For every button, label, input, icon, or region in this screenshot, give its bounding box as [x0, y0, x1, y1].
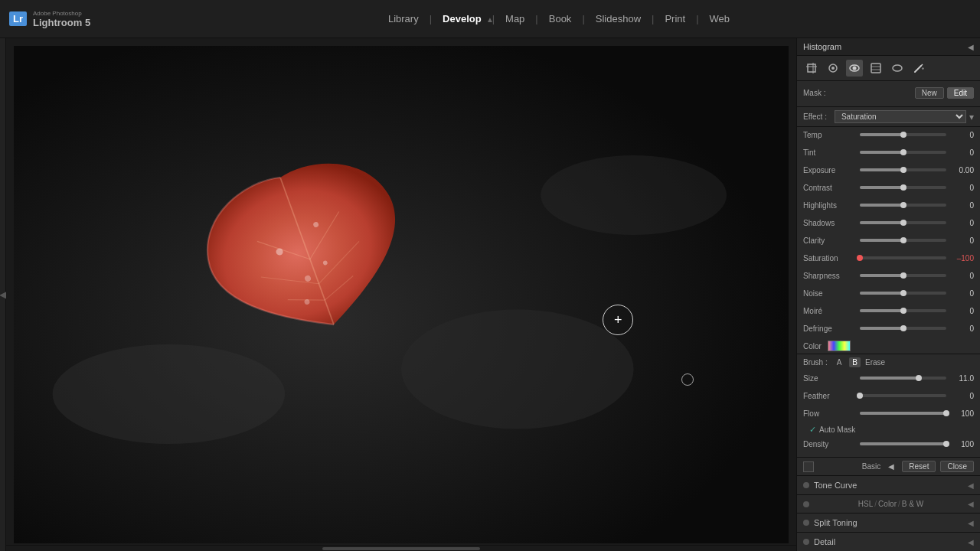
- effect-expand-icon[interactable]: ▾: [969, 112, 974, 122]
- tone-curve-dot: [803, 482, 809, 488]
- histogram-title: Histogram: [803, 42, 841, 51]
- histogram-collapse-icon[interactable]: ◀: [968, 43, 974, 51]
- adjustment-brush-tool[interactable]: [910, 60, 927, 77]
- moire-value: 0: [949, 307, 974, 315]
- horizontal-scrollbar[interactable]: [6, 545, 796, 551]
- sharpness-row: Sharpness 0: [797, 268, 980, 283]
- color-link[interactable]: Color: [878, 500, 897, 508]
- temp-slider[interactable]: [860, 133, 946, 136]
- effect-row: Effect : Saturation ▾: [797, 107, 980, 127]
- nav-web[interactable]: Web: [699, 0, 741, 38]
- left-panel-toggle[interactable]: ◀: [0, 38, 6, 551]
- noise-slider[interactable]: [860, 292, 946, 295]
- radial-filter-tool[interactable]: [889, 60, 906, 77]
- hsl-section[interactable]: HSL / Color / B & W ◀: [797, 495, 980, 514]
- panel-toggle-checkbox[interactable]: [803, 461, 814, 472]
- main-area: ◀: [0, 38, 980, 551]
- temp-row: Temp 0: [797, 127, 980, 142]
- sharpness-slider[interactable]: [860, 274, 946, 277]
- reset-close-row: Basic ◀ Reset Close: [797, 458, 980, 476]
- brush-feather-slider[interactable]: [860, 394, 946, 397]
- effect-dropdown[interactable]: Saturation: [835, 110, 966, 123]
- shadows-slider[interactable]: [860, 221, 946, 224]
- saturation-row: Saturation –100: [797, 250, 980, 266]
- defringe-value: 0: [949, 324, 974, 333]
- defringe-label: Defringe: [803, 324, 857, 333]
- photo-container: [14, 46, 789, 543]
- highlights-label: Highlights: [803, 201, 857, 210]
- redeye-tool[interactable]: [846, 60, 863, 77]
- saturation-value: –100: [949, 254, 974, 262]
- defringe-slider[interactable]: [860, 327, 946, 330]
- contrast-row: Contrast 0: [797, 180, 980, 195]
- nav-slideshow[interactable]: Slideshow: [585, 0, 652, 38]
- canvas-area[interactable]: [6, 38, 796, 551]
- clarity-value: 0: [949, 236, 974, 245]
- brush-label: Brush :: [803, 358, 828, 367]
- crop-tool[interactable]: [803, 60, 820, 77]
- svg-point-10: [541, 155, 727, 235]
- reset-button[interactable]: Reset: [902, 461, 936, 472]
- shadows-row: Shadows 0: [797, 215, 980, 230]
- brush-mode-a[interactable]: A: [834, 357, 845, 367]
- nav-map[interactable]: Map: [495, 0, 535, 38]
- tint-slider[interactable]: [860, 151, 946, 154]
- effect-label: Effect :: [803, 112, 827, 121]
- top-panel-toggle[interactable]: ▲: [482, 0, 498, 38]
- temp-value: 0: [949, 131, 974, 139]
- highlights-slider[interactable]: [860, 204, 946, 207]
- tint-row: Tint 0: [797, 145, 980, 160]
- brush-feather-row: Feather 0: [803, 388, 974, 403]
- split-toning-section[interactable]: Split Toning ◀: [797, 514, 980, 533]
- brush-flow-slider[interactable]: [860, 412, 946, 415]
- edit-mask-button[interactable]: Edit: [947, 87, 974, 99]
- tint-label: Tint: [803, 148, 857, 157]
- logo-area: Lr Adobe Photoshop Lightroom 5: [0, 10, 138, 28]
- brush-flow-row: Flow 100: [803, 406, 974, 421]
- highlights-row: Highlights 0: [797, 197, 980, 213]
- shadows-label: Shadows: [803, 219, 857, 227]
- nav-library[interactable]: Library: [377, 0, 430, 38]
- new-mask-button[interactable]: New: [915, 87, 944, 99]
- nav-book[interactable]: Book: [538, 0, 583, 38]
- highlights-value: 0: [949, 201, 974, 210]
- close-button[interactable]: Close: [940, 461, 974, 472]
- topbar: Lr Adobe Photoshop Lightroom 5 ▲ Library…: [0, 0, 980, 38]
- brush-section: Brush : A B Erase Size 11.0 Feather: [797, 354, 980, 458]
- automask-label[interactable]: Auto Mask: [819, 425, 855, 434]
- detail-title: Detail: [814, 537, 968, 546]
- svg-point-9: [401, 310, 634, 429]
- spot-removal-tool[interactable]: [825, 60, 841, 77]
- brush-size-row: Size 11.0: [803, 370, 974, 386]
- svg-point-20: [831, 67, 835, 70]
- histogram-header: Histogram ◀: [797, 38, 980, 56]
- contrast-slider[interactable]: [860, 186, 946, 189]
- brush-mode-b[interactable]: B: [849, 357, 861, 367]
- color-swatch[interactable]: [828, 341, 851, 351]
- svg-rect-16: [808, 64, 815, 72]
- panel-content: Mask : New Edit Effect : Saturation ▾ Te…: [797, 81, 980, 551]
- exposure-slider[interactable]: [860, 168, 946, 171]
- brush-density-slider[interactable]: [860, 442, 946, 445]
- noise-row: Noise 0: [797, 285, 980, 301]
- graduated-filter-tool[interactable]: [867, 60, 884, 77]
- nav-print[interactable]: Print: [654, 0, 696, 38]
- detail-section[interactable]: Detail ◀: [797, 533, 980, 551]
- clarity-row: Clarity 0: [797, 233, 980, 248]
- svg-point-22: [853, 67, 857, 70]
- brush-size-slider[interactable]: [860, 377, 946, 380]
- color-row: Color: [797, 338, 980, 354]
- leaf-image: [185, 155, 430, 347]
- tone-curve-section[interactable]: Tone Curve ◀: [797, 476, 980, 495]
- moire-slider[interactable]: [860, 309, 946, 312]
- app-name: Lightroom 5: [33, 17, 90, 28]
- saturation-slider[interactable]: [860, 256, 946, 259]
- detail-dot: [803, 539, 809, 545]
- svg-rect-23: [871, 64, 880, 73]
- brush-erase-button[interactable]: Erase: [865, 358, 885, 367]
- hsl-link[interactable]: HSL: [858, 500, 873, 508]
- clarity-slider[interactable]: [860, 239, 946, 242]
- exposure-value: 0.00: [949, 166, 974, 174]
- svg-point-8: [53, 344, 286, 444]
- bw-link[interactable]: B & W: [902, 500, 923, 508]
